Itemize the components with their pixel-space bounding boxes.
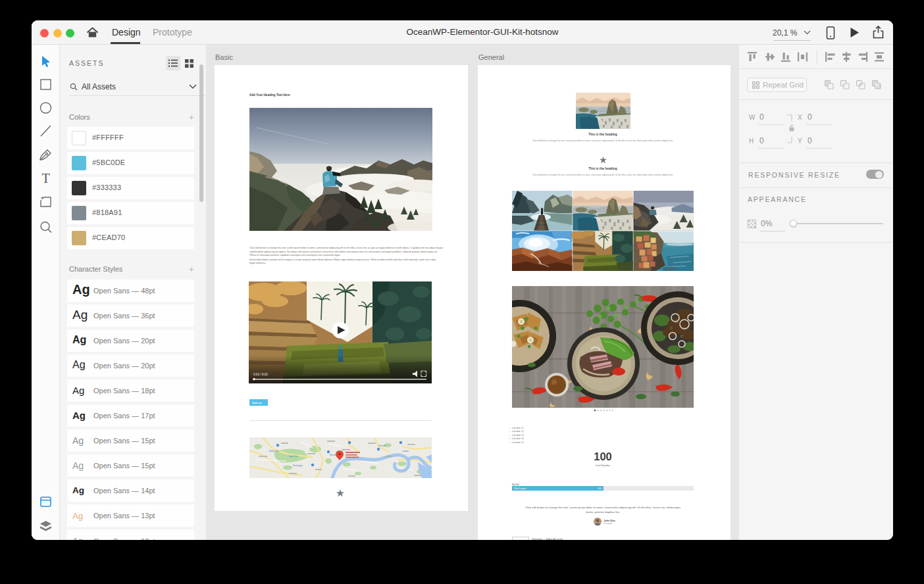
svg-text:Cool Number: Cool Number	[596, 464, 611, 467]
svg-text:List Item #1: List Item #1	[512, 427, 524, 429]
svg-text:This is the heading: This is the heading	[588, 167, 617, 170]
svg-text:List Item #4: List Item #4	[512, 437, 524, 440]
svg-text:Click edit button to change th: Click edit button to change this text. L…	[249, 247, 444, 249]
svg-text:List Item #3: List Item #3	[512, 434, 524, 437]
svg-text:50%: 50%	[598, 487, 602, 490]
svg-text:Web Designer: Web Designer	[514, 487, 526, 490]
svg-text:Click here — Subscribe to list: Click here — Subscribe to list	[532, 538, 563, 541]
svg-text:✓: ✓	[509, 434, 511, 437]
svg-text:✓: ✓	[509, 437, 511, 440]
svg-text:Click me: Click me	[252, 402, 262, 404]
svg-text:elit do dolor laboris veniam v: elit do dolor laboris veniam vel est mag…	[249, 258, 436, 261]
svg-text:Designer: Designer	[604, 522, 613, 525]
svg-text:List Item #2: List Item #2	[512, 430, 524, 433]
svg-text:This is the heading: This is the heading	[588, 133, 617, 136]
svg-text:Click edit button to change th: Click edit button to change this text. L…	[525, 506, 681, 509]
svg-text:John Doe: John Doe	[604, 520, 615, 522]
svg-text:Click edit button to change th: Click edit button to change this text. L…	[532, 174, 673, 176]
svg-text:Officia et consequat pulvinar: Officia et consequat pulvinar cupidatat …	[249, 254, 341, 256]
svg-text:✓: ✓	[509, 430, 511, 433]
svg-text:List Item #5: List Item #5	[512, 441, 524, 444]
svg-text:My Skill: My Skill	[512, 483, 519, 486]
svg-text:fugiat ullamco a: fugiat ullamco a	[249, 262, 266, 264]
svg-text:✓: ✓	[509, 427, 511, 429]
svg-text:✓: ✓	[509, 441, 511, 444]
svg-text:100: 100	[594, 450, 612, 462]
svg-text:reprehenderit adipisicing exce: reprehenderit adipisicing excepteur. Sin…	[249, 251, 438, 253]
svg-text:mattis, pulvinar dapibus leo.: mattis, pulvinar dapibus leo.	[586, 510, 620, 514]
svg-text:Click edit button to change th: Click edit button to change this text. L…	[532, 139, 673, 142]
svg-text:Add Your Heading Text Here: Add Your Heading Text Here	[249, 93, 290, 97]
